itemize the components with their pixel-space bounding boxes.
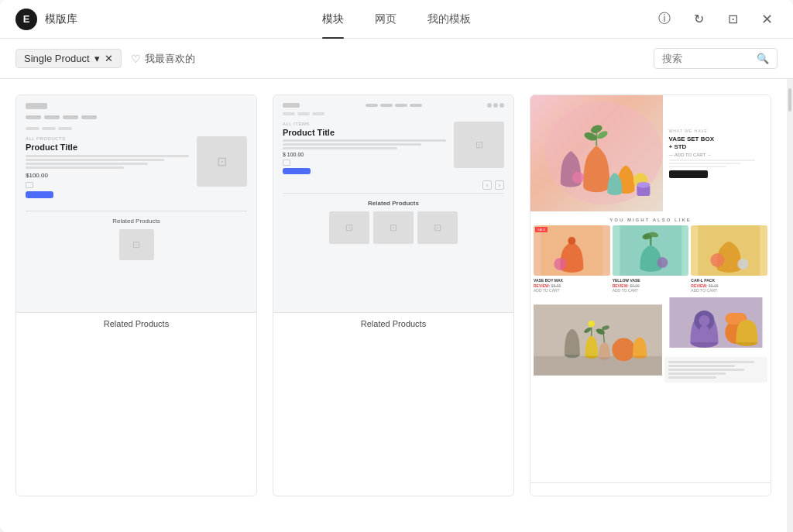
- search-box[interactable]: 🔍: [654, 48, 778, 69]
- card-label-1: Related Products: [16, 312, 256, 335]
- tab-my-templates[interactable]: 我的模板: [412, 0, 486, 39]
- tpl2-product-title: Product Title: [283, 128, 446, 137]
- template-card-2[interactable]: ALL ITEMS Product Title $ 100.00: [273, 94, 514, 496]
- tpl2-related-label: Related Products: [283, 200, 504, 207]
- svg-rect-28: [534, 356, 662, 376]
- tpl1-body: ALL PRODUCTS Product Title $100.00: [26, 136, 247, 198]
- tpl1-price: $100.00: [26, 172, 189, 179]
- filter-left: Single Product ▾ ✕ ♡ 我最喜欢的: [15, 49, 195, 68]
- svg-point-33: [589, 321, 595, 327]
- content-area: ALL PRODUCTS Product Title $100.00: [0, 79, 793, 532]
- tpl3-bottom-text-panel: [664, 357, 767, 383]
- svg-point-15: [568, 237, 575, 245]
- tpl2-body: ALL ITEMS Product Title $ 100.00: [283, 122, 504, 174]
- tpl1-qty: [26, 182, 189, 188]
- header-tabs: 模块 网页 我的模板: [307, 0, 486, 39]
- scroll-thumb[interactable]: [788, 88, 791, 112]
- tpl1-related: Related Products ⊡: [26, 211, 247, 260]
- tpl1-related-images: ⊡: [26, 229, 247, 260]
- tpl3-hero-image: [530, 95, 663, 211]
- related-image-b: ⊡: [373, 211, 414, 244]
- template-preview-1: ALL PRODUCTS Product Title $100.00: [16, 95, 256, 312]
- tpl3-prod-1: SALE VASE BOY MAX REVIEW: $8.00 ADD TO C…: [534, 225, 610, 293]
- tpl1-breadcrumb: [26, 127, 247, 130]
- svg-point-9: [572, 172, 584, 184]
- tpl2-logo: [283, 103, 300, 108]
- tpl3-hero: WHAT WE HAVE VASE SET BOX+ STD — ADD TO …: [530, 95, 771, 211]
- template-card-1[interactable]: ALL PRODUCTS Product Title $100.00: [15, 94, 257, 496]
- svg-point-38: [612, 338, 635, 362]
- tpl3-bottom-right-image: [664, 297, 767, 355]
- header-right: ⓘ ↻ ⊡ ✕: [654, 9, 778, 30]
- search-input[interactable]: [662, 53, 752, 64]
- filter-tag-close[interactable]: ✕: [105, 53, 113, 64]
- card-label-3: [530, 482, 771, 496]
- refresh-button[interactable]: ↻: [688, 9, 709, 30]
- modal-container: E 模版库 模块 网页 我的模板 ⓘ ↻ ⊡ ✕ Single Product …: [0, 0, 793, 532]
- favorites-button[interactable]: ♡ 我最喜欢的: [131, 52, 195, 66]
- tab-blocks[interactable]: 模块: [307, 0, 359, 39]
- tpl2-info: ALL ITEMS Product Title $ 100.00: [283, 122, 446, 174]
- tpl2-breadcrumb: [283, 112, 504, 115]
- tpl2-price: $ 100.00: [283, 152, 446, 157]
- tpl1-related-label: Related Products: [26, 218, 247, 225]
- tpl3-info-panel: WHAT WE HAVE VASE SET BOX+ STD — ADD TO …: [663, 95, 771, 211]
- tpl1-product-image: ⊡: [197, 136, 247, 187]
- filter-tag-single-product[interactable]: Single Product ▾ ✕: [15, 49, 122, 68]
- svg-point-26: [738, 259, 749, 269]
- filter-tag-arrow: ▾: [94, 53, 100, 64]
- svg-point-12: [637, 182, 650, 188]
- tpl3-bottom-row: [530, 297, 771, 386]
- svg-point-43: [700, 325, 709, 335]
- tpl2-related-images: ⊡ ⊡ ⊡: [283, 211, 504, 244]
- app-logo: E: [15, 9, 37, 30]
- svg-point-22: [657, 257, 668, 268]
- tpl1-nav: [26, 115, 247, 119]
- scrollbar[interactable]: [787, 79, 793, 532]
- save-button[interactable]: ⊡: [722, 9, 743, 30]
- tpl2-nav: [366, 104, 422, 107]
- templates-grid: ALL PRODUCTS Product Title $100.00: [0, 79, 787, 532]
- heart-icon: ♡: [131, 53, 141, 65]
- tpl2-header: [283, 103, 504, 108]
- related-image-1: ⊡: [119, 229, 154, 260]
- tpl2-qty-row: [283, 160, 446, 166]
- tpl1-logo: [26, 103, 47, 109]
- related-image-a: ⊡: [329, 211, 369, 244]
- app-title: 模版库: [45, 12, 77, 26]
- modal-header: E 模版库 模块 网页 我的模板 ⓘ ↻ ⊡ ✕: [0, 0, 793, 39]
- tpl2-product-image: ⊡: [454, 122, 504, 168]
- tpl2-icons: [487, 103, 504, 108]
- tpl3-prod-2: YELLOW VASE REVIEW: $9.00 ADD TO CART: [613, 225, 689, 293]
- svg-point-16: [554, 258, 566, 270]
- svg-point-25: [711, 253, 725, 267]
- image-placeholder-icon: ⊡: [217, 154, 227, 169]
- tpl2-buy-button: [283, 168, 311, 174]
- tpl3-bottom-right: [664, 297, 767, 383]
- filter-tag-label: Single Product: [24, 53, 90, 64]
- tpl3-products-row: SALE VASE BOY MAX REVIEW: $8.00 ADD TO C…: [530, 225, 771, 297]
- info-button[interactable]: ⓘ: [654, 9, 675, 30]
- tpl2-nav2: ‹ ›: [283, 180, 504, 190]
- tpl3-you-might-like-label: YOU MIGHT ALSO LIKE: [530, 211, 771, 225]
- tpl1-product-title: Product Title: [26, 142, 189, 152]
- tab-pages[interactable]: 网页: [359, 0, 412, 39]
- template-card-3[interactable]: WHAT WE HAVE VASE SET BOX+ STD — ADD TO …: [530, 94, 771, 496]
- header-left: E 模版库: [15, 9, 77, 30]
- filter-bar: Single Product ▾ ✕ ♡ 我最喜欢的 🔍: [0, 39, 793, 79]
- tpl1-buy-button: [26, 191, 53, 198]
- tpl3-prod-3: CAR-L PACK REVIEW: $9.00 ADD TO CART: [691, 225, 767, 293]
- card-label-2: Related Products: [273, 312, 513, 335]
- close-button[interactable]: ✕: [756, 9, 778, 30]
- related-image-c: ⊡: [417, 211, 458, 244]
- favorites-label: 我最喜欢的: [145, 52, 195, 66]
- tpl3-bottom-left: [534, 297, 662, 383]
- tpl3-add-to-cart-btn: [669, 170, 708, 178]
- template-preview-2: ALL ITEMS Product Title $ 100.00: [273, 95, 513, 312]
- tpl1-info: ALL PRODUCTS Product Title $100.00: [26, 136, 189, 198]
- tpl3-product-svg: [530, 95, 663, 211]
- template-preview-3: WHAT WE HAVE VASE SET BOX+ STD — ADD TO …: [530, 95, 771, 482]
- search-icon: 🔍: [757, 53, 769, 64]
